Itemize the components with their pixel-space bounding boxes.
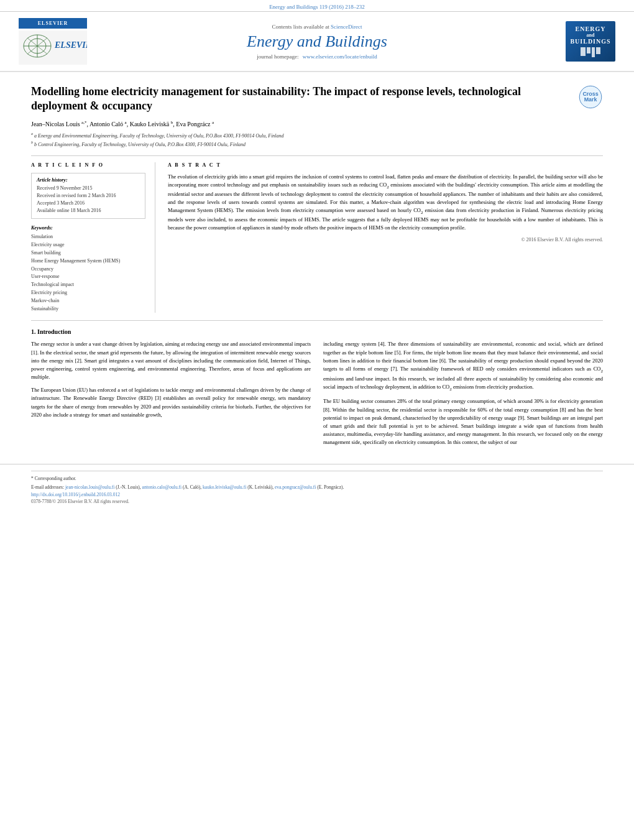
keyword-occupancy: Occupancy	[31, 265, 145, 274]
authors: Jean–Nicolas Louis a,*, Antonio Caló a, …	[31, 121, 214, 127]
eb-logo-section: ENERGY and BUILDINGS	[547, 21, 615, 62]
issn-line: 0378-7788/© 2016 Elsevier B.V. All right…	[31, 499, 603, 504]
keyword-sustainability: Sustainability	[31, 305, 145, 313]
eb-logo-icons	[581, 47, 600, 57]
available-date: Available online 18 March 2016	[37, 207, 140, 215]
article-info-column: A R T I C L E I N F O Article history: R…	[31, 162, 155, 313]
info-abstract-section: A R T I C L E I N F O Article history: R…	[31, 155, 603, 313]
crossmark-logo: Cross Mark	[578, 85, 603, 111]
keyword-hems: Home Energy Management System (HEMS)	[31, 257, 145, 265]
eb-logo-energy: ENERGY	[576, 25, 606, 32]
keyword-smart-building: Smart building	[31, 249, 145, 257]
body-right-col: including energy system [4]. The three d…	[323, 340, 603, 451]
body-para-1: The energy sector is under a vast change…	[31, 340, 311, 381]
affiliation-b: b b Control Engineering, Faculty of Tech…	[31, 140, 603, 149]
body-para-4: The EU building sector consumes 28% of t…	[323, 397, 603, 446]
sciencedirect-line: Contents lists available at ScienceDirec…	[87, 24, 547, 30]
svg-text:ELSEVIER: ELSEVIER	[54, 40, 87, 50]
eb-logo-box: ENERGY and BUILDINGS	[566, 21, 615, 62]
article-info-title: A R T I C L E I N F O	[31, 162, 145, 168]
keyword-electricity: Electricity usage	[31, 241, 145, 249]
elsevier-logo-section: ELSEVIER ELSEVIER	[19, 18, 87, 65]
email-label: E-mail addresses:	[31, 484, 64, 490]
email-addresses-note: E-mail addresses: jean-nicolas.louis@oul…	[31, 484, 603, 491]
abstract-column: A B S T R A C T The evolution of electri…	[168, 162, 603, 313]
body-columns: The energy sector is under a vast change…	[31, 340, 603, 451]
authors-line: Jean–Nicolas Louis a,*, Antonio Caló a, …	[31, 120, 603, 127]
main-content: Modelling home electricity management fo…	[0, 72, 634, 464]
page: Energy and Buildings 119 (2016) 218–232 …	[0, 0, 634, 840]
corresponding-author-note: * Corresponding author.	[31, 475, 603, 482]
keyword-user-response: User-response	[31, 273, 145, 281]
sciencedirect-link[interactable]: ScienceDirect	[331, 24, 362, 30]
journal-citation: Energy and Buildings 119 (2016) 218–232	[269, 4, 365, 10]
affiliations: a a Energy and Environmental Engineering…	[31, 131, 603, 148]
body-para-2: The European Union (EU) has enforced a s…	[31, 386, 311, 419]
svg-text:Mark: Mark	[584, 96, 597, 103]
journal-header: ELSEVIER ELSEVIER Contents l	[0, 12, 634, 72]
affiliation-a: a a Energy and Environmental Engineering…	[31, 131, 603, 140]
keyword-simulation: Simulation	[31, 233, 145, 241]
journal-title-section: Contents lists available at ScienceDirec…	[87, 24, 547, 60]
received-date: Received 9 November 2015	[37, 185, 140, 192]
keyword-tech-impact: Technological impact	[31, 281, 145, 289]
received-revised-date: Received in revised form 2 March 2016	[37, 192, 140, 200]
doi-line: http://dx.doi.org/10.1016/j.enbuild.2016…	[31, 492, 603, 497]
keyword-electricity-pricing: Electricity pricing	[31, 289, 145, 297]
homepage-link[interactable]: www.elsevier.com/locate/enbuild	[303, 53, 377, 60]
article-history-box: Article history: Received 9 November 201…	[31, 173, 145, 219]
footer-section: * Corresponding author. E-mail addresses…	[0, 464, 634, 510]
elsevier-box: ELSEVIER	[19, 18, 87, 29]
body-para-3: including energy system [4]. The three d…	[323, 340, 603, 392]
copyright-line: © 2016 Elsevier B.V. All rights reserved…	[168, 237, 603, 242]
email-link-1[interactable]: jean-nicolas.louis@oulu.fi	[65, 484, 114, 490]
journal-citation-bar: Energy and Buildings 119 (2016) 218–232	[0, 0, 634, 12]
article-title: Modelling home electricity management fo…	[31, 85, 566, 114]
email-link-2[interactable]: antonio.calo@oulu.fi	[142, 484, 182, 490]
section-1-heading: 1. Introduction	[31, 328, 603, 335]
history-title: Article history:	[37, 177, 140, 183]
section-divider	[31, 320, 603, 321]
homepage-line: journal homepage: www.elsevier.com/locat…	[87, 53, 547, 60]
article-title-section: Modelling home electricity management fo…	[31, 85, 603, 114]
keywords-section: Keywords: Simulation Electricity usage S…	[31, 225, 145, 313]
abstract-title: A B S T R A C T	[168, 162, 603, 168]
doi-link[interactable]: http://dx.doi.org/10.1016/j.enbuild.2016…	[31, 492, 120, 497]
email-link-3[interactable]: kauko.leiviska@oulu.fi	[203, 484, 246, 490]
eb-logo-buildings: BUILDINGS	[570, 38, 610, 45]
email-link-4[interactable]: eva.pongracz@oulu.fi	[275, 484, 316, 490]
keyword-markov-chain: Markov-chain	[31, 297, 145, 305]
keywords-title: Keywords:	[31, 225, 145, 231]
journal-name: Energy and Buildings	[87, 32, 547, 51]
abstract-text: The evolution of electricity grids into …	[168, 173, 603, 231]
accepted-date: Accepted 3 March 2016	[37, 200, 140, 207]
body-left-col: The energy sector is under a vast change…	[31, 340, 311, 451]
eb-logo-and: and	[587, 32, 595, 38]
